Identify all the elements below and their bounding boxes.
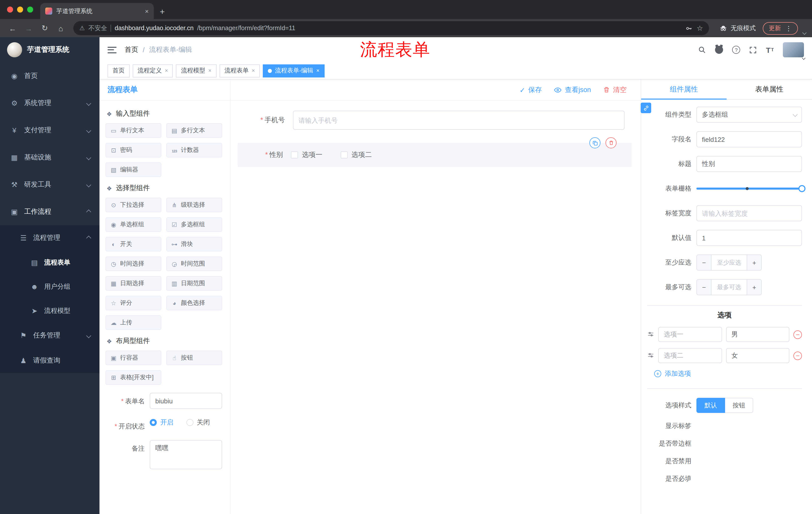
drag-handle-icon[interactable] [647, 331, 654, 338]
palette-item-single-line-text[interactable]: 单行文本 [106, 123, 161, 138]
toolbar-chevron-down-icon[interactable] [803, 28, 806, 36]
form-canvas[interactable]: 手机号 [231, 101, 641, 514]
stepper-minus-button[interactable] [697, 280, 712, 295]
slider-track[interactable] [696, 188, 802, 190]
security-warning-icon[interactable] [79, 25, 85, 32]
sidebar-item-task-mgmt[interactable]: 任务管理 [0, 323, 99, 348]
tab-close-icon[interactable] [145, 8, 149, 14]
sidebar-item-leave-query[interactable]: 请假查询 [0, 348, 99, 373]
tab-component-props[interactable]: 组件属性 [641, 79, 727, 99]
sidebar-item-home[interactable]: 首页 [0, 62, 99, 89]
sidebar-item-payment-mgmt[interactable]: 支付管理 [0, 117, 99, 144]
palette-item-button[interactable]: 按钮 [166, 351, 222, 365]
tab-form-props[interactable]: 表单属性 [727, 79, 812, 99]
form-name-input[interactable] [150, 393, 222, 409]
palette-item-editor[interactable]: 编辑器 [106, 162, 161, 177]
tag-process-model[interactable]: 流程模型 [176, 64, 216, 77]
palette-item-time-range[interactable]: 时间范围 [166, 256, 222, 271]
tag-process-definition[interactable]: 流程定义 [133, 64, 173, 77]
slider-handle[interactable] [799, 185, 806, 192]
stepper-plus-button[interactable] [747, 280, 761, 295]
browser-update-button[interactable]: 更新 [763, 22, 798, 34]
tag-close-icon[interactable] [316, 68, 320, 74]
phone-input[interactable] [293, 111, 625, 130]
status-on-radio[interactable]: 开启 [150, 418, 173, 427]
gender-option-2-checkbox[interactable]: 选项二 [341, 151, 372, 159]
sidebar-logo[interactable]: 芋道管理系统 [0, 37, 99, 62]
breadcrumb-home[interactable]: 首页 [125, 45, 138, 54]
user-avatar[interactable] [783, 42, 804, 57]
palette-item-time-picker[interactable]: 时间选择 [106, 256, 161, 271]
palette-item-slider[interactable]: 滑块 [166, 237, 222, 251]
component-type-select[interactable]: 多选框组 [696, 107, 802, 123]
tag-process-form-edit[interactable]: 流程表单-编辑 [263, 64, 325, 77]
style-button-button[interactable]: 按钮 [725, 398, 753, 413]
min-select-value[interactable]: 至少应选 [712, 255, 747, 270]
option-value-input[interactable] [726, 327, 789, 342]
palette-item-checkbox-group[interactable]: 多选框组 [166, 217, 222, 232]
hamburger-icon[interactable] [108, 47, 117, 53]
sidebar-item-user-group[interactable]: 用户分组 [0, 275, 99, 299]
option-label-input[interactable] [658, 327, 722, 342]
palette-item-row-container[interactable]: 行容器 [106, 351, 161, 365]
drag-handle-icon[interactable] [647, 352, 654, 359]
gender-option-1-checkbox[interactable]: 选项一 [291, 151, 322, 159]
style-default-button[interactable]: 默认 [696, 398, 725, 413]
fullscreen-icon[interactable] [749, 46, 757, 54]
palette-item-rate[interactable]: 评分 [106, 296, 161, 310]
save-button[interactable]: 保存 [520, 85, 542, 94]
palette-item-counter[interactable]: 计数器 [166, 143, 222, 157]
address-bar[interactable]: 不安全 dashboard.yudao.iocoder.cn /bpm/mana… [74, 21, 709, 35]
view-json-button[interactable]: 查看json [554, 85, 591, 94]
sidebar-item-process-model[interactable]: 流程模型 [0, 299, 99, 323]
palette-item-color-picker[interactable]: 颜色选择 [166, 296, 222, 310]
sidebar-item-system-mgmt[interactable]: 系统管理 [0, 89, 99, 117]
sidebar-item-dev-tools[interactable]: 研发工具 [0, 171, 99, 198]
browser-menu-icon[interactable] [785, 24, 792, 32]
remove-option-button[interactable] [793, 330, 802, 339]
option-label-input[interactable] [658, 348, 722, 363]
browser-tab[interactable]: 芋道管理系统 [40, 3, 154, 19]
default-value-input[interactable] [696, 230, 802, 246]
sidebar-item-process-form[interactable]: 流程表单 [0, 250, 99, 275]
sidebar-item-workflow[interactable]: 工作流程 [0, 198, 99, 225]
stepper-plus-button[interactable] [747, 255, 761, 270]
tag-close-icon[interactable] [165, 68, 168, 74]
home-button[interactable] [54, 22, 67, 35]
window-zoom-button[interactable] [27, 6, 33, 12]
bookmark-star-icon[interactable] [697, 24, 703, 32]
copy-component-button[interactable] [589, 137, 601, 148]
form-grid-slider[interactable] [696, 181, 802, 197]
link-icon[interactable] [641, 103, 651, 113]
forward-button[interactable] [22, 22, 35, 35]
reload-button[interactable] [38, 22, 51, 35]
window-minimize-button[interactable] [17, 6, 23, 12]
canvas-field-gender-selected[interactable]: 性别 选项一 选项二 [238, 143, 632, 167]
add-option-button[interactable]: 添加选项 [654, 369, 802, 378]
status-off-radio[interactable]: 关闭 [186, 418, 210, 427]
label-width-input[interactable] [696, 205, 802, 221]
palette-item-cascader[interactable]: 级联选择 [166, 198, 222, 212]
palette-item-password[interactable]: 密码 [106, 143, 161, 157]
tag-home[interactable]: 首页 [108, 64, 129, 77]
palette-item-table[interactable]: 表格[开发中] [106, 370, 161, 385]
tag-close-icon[interactable] [252, 68, 255, 74]
palette-item-date-picker[interactable]: 日期选择 [106, 276, 161, 291]
palette-item-multi-line-text[interactable]: 多行文本 [166, 123, 222, 138]
back-button[interactable] [6, 22, 19, 35]
palette-item-upload[interactable]: 上传 [106, 315, 161, 330]
canvas-field-phone[interactable]: 手机号 [240, 111, 625, 130]
palette-item-date-range[interactable]: 日期范围 [166, 276, 222, 291]
help-icon[interactable] [732, 46, 741, 54]
clear-button[interactable]: 清空 [603, 85, 627, 94]
window-close-button[interactable] [7, 6, 13, 12]
tag-close-icon[interactable] [208, 68, 211, 74]
title-input[interactable] [696, 156, 802, 172]
palette-item-switch[interactable]: 开关 [106, 237, 161, 251]
font-size-icon[interactable] [766, 46, 774, 54]
field-name-input[interactable] [696, 131, 802, 147]
tag-process-form[interactable]: 流程表单 [220, 64, 260, 77]
search-icon[interactable] [698, 46, 706, 54]
remove-option-button[interactable] [793, 351, 802, 360]
palette-item-dropdown[interactable]: 下拉选择 [106, 198, 161, 212]
